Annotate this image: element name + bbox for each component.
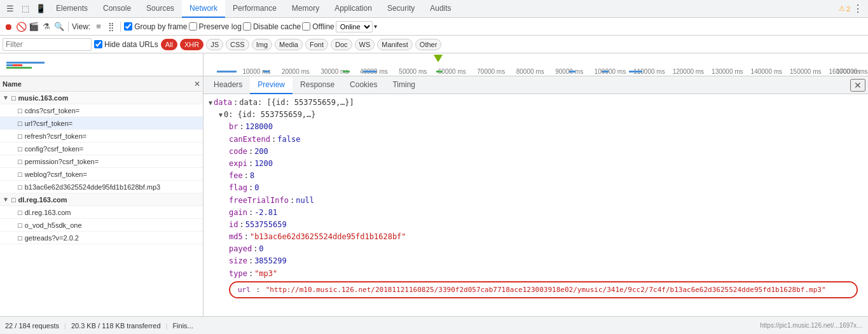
filter-bar: Hide data URLs All XHR JS CSS Img Media … (0, 36, 868, 53)
json-root-line[interactable]: ▼ data : data: [{id: 553755659,…}] (209, 97, 863, 109)
filter-chip-css[interactable]: CSS (226, 39, 249, 50)
search-btn[interactable]: 🔍 (53, 21, 65, 32)
filter-input[interactable] (3, 38, 92, 51)
record-button[interactable]: ⏺ (3, 21, 14, 32)
json-toggle-root[interactable]: ▼ (209, 98, 212, 108)
disable-cache-wrap[interactable]: Disable cache (243, 22, 301, 31)
tab-audits[interactable]: Audits (422, 0, 458, 18)
request-group-music163[interactable]: ▼ □ music.163.com (0, 92, 203, 104)
json-colon: : (249, 268, 253, 280)
list-item[interactable]: □ getreads?v=2.0.2 (0, 232, 203, 244)
disable-cache-checkbox[interactable] (243, 22, 251, 31)
json-colon: : (249, 146, 253, 158)
item-checkbox: □ (18, 145, 22, 153)
separator-1 (68, 22, 69, 32)
json-toggle-item0[interactable]: ▼ (219, 110, 223, 120)
view-label: View: (72, 22, 90, 31)
preserve-log-wrap[interactable]: Preserve log (189, 22, 242, 31)
filter-btn[interactable]: ⚗ (41, 21, 52, 32)
list-item[interactable]: □ url?csrf_token= (0, 117, 203, 130)
tick-70000: 70000 ms (477, 68, 505, 75)
detail-tab-cookies[interactable]: Cookies (342, 76, 385, 94)
list-item[interactable]: □ config?csrf_token= (0, 143, 203, 155)
item-name: dl.reg.163.com (25, 209, 200, 216)
timeline-name-col (0, 53, 203, 76)
list-item[interactable]: □ dl.reg.163.com (0, 206, 203, 219)
group-by-frame-wrap[interactable]: Group by frame (124, 22, 187, 31)
json-key-br: br (229, 121, 238, 133)
list-item[interactable]: □ b13ac6e62d3625524dde95fd1b1628bf.mp3 (0, 181, 203, 193)
detail-close-btn[interactable]: ✕ (850, 79, 865, 92)
status-separator-2: | (166, 322, 168, 330)
detail-tab-headers[interactable]: Headers (206, 76, 250, 94)
network-toolbar: ⏺ 🚫 🎬 ⚗ 🔍 View: ≡ ⣿ Group by frame Prese… (0, 18, 868, 36)
json-value-gain: -2.81 (254, 207, 277, 219)
preserve-log-checkbox[interactable] (189, 22, 197, 31)
group-name-music163: music.163.com (18, 94, 200, 102)
filter-chip-other[interactable]: Other (415, 39, 442, 50)
filter-chip-all[interactable]: All (161, 39, 177, 50)
json-item0-line[interactable]: ▼ 0: {id: 553755659,…} (209, 109, 863, 121)
tab-console[interactable]: Console (95, 0, 139, 18)
filter-chip-xhr[interactable]: XHR (180, 39, 203, 50)
filter-chip-manifest[interactable]: Manifest (377, 39, 413, 50)
throttle-dropdown-icon[interactable]: ▾ (374, 23, 377, 30)
item-name: getreads?v=2.0.2 (25, 234, 200, 242)
filter-chip-ws[interactable]: WS (355, 39, 375, 50)
group-toggle-music163[interactable]: ▼ (3, 94, 9, 101)
tab-security[interactable]: Security (380, 0, 422, 18)
detail-tab-response[interactable]: Response (293, 76, 342, 94)
close-request-panel-btn[interactable]: ✕ (194, 80, 200, 88)
list-view-btn[interactable]: ≡ (93, 21, 104, 32)
tab-application[interactable]: Application (327, 0, 380, 18)
disable-cache-label: Disable cache (253, 22, 301, 31)
tab-elements[interactable]: Elements (48, 0, 95, 18)
waterfall-view-btn[interactable]: ⣿ (106, 21, 117, 32)
tick-100000: 100000 ms (595, 68, 626, 75)
bottom-url: https://pic1.music.126.net/...1697x… (760, 322, 863, 329)
devtools-menu-btn[interactable]: ☰ (3, 1, 18, 17)
tab-sources[interactable]: Sources (139, 0, 182, 18)
list-item[interactable]: □ permission?csrf_token= (0, 155, 203, 168)
more-options-icon[interactable]: ⋮ (850, 3, 865, 15)
filter-chip-font[interactable]: Font (305, 39, 328, 50)
request-group-dlreg[interactable]: ▼ □ dl.reg.163.com (0, 193, 203, 206)
item-checkbox: □ (18, 132, 22, 140)
offline-checkbox[interactable] (302, 22, 310, 31)
json-key-flag: flag (229, 182, 247, 194)
json-key-data: data (214, 97, 232, 109)
detail-tab-timing[interactable]: Timing (385, 76, 423, 94)
item-checkbox: □ (18, 209, 22, 216)
list-item[interactable]: □ weblog?csrf_token= (0, 168, 203, 181)
throttle-select[interactable]: Online (336, 21, 373, 32)
group-toggle-dlreg[interactable]: ▼ (3, 196, 9, 203)
group-by-frame-checkbox[interactable] (124, 22, 132, 31)
filter-chip-js[interactable]: JS (206, 39, 223, 50)
offline-wrap[interactable]: Offline (302, 22, 334, 31)
item-name: config?csrf_token= (25, 145, 200, 153)
filter-chip-media[interactable]: Media (275, 39, 303, 50)
json-line-br: br : 128000 (229, 121, 863, 133)
tick-140000: 140000 ms (751, 68, 782, 75)
status-bar: 22 / 184 requests | 20.3 KB / 118 KB tra… (0, 316, 868, 334)
list-item[interactable]: □ o_vod_h5sdk_one (0, 219, 203, 232)
hide-data-urls-wrap[interactable]: Hide data URLs (94, 40, 158, 49)
stop-button[interactable]: 🚫 (15, 21, 27, 32)
filter-chip-img[interactable]: Img (252, 39, 272, 50)
list-item[interactable]: □ refresh?csrf_token= (0, 130, 203, 143)
tab-memory[interactable]: Memory (284, 0, 327, 18)
json-key-fee: fee (229, 170, 243, 182)
preserve-log-label: Preserve log (199, 22, 242, 31)
filter-chip-doc[interactable]: Doc (331, 39, 352, 50)
tab-network[interactable]: Network (182, 0, 225, 18)
devtools-inspect-btn[interactable]: ⬚ (18, 1, 33, 17)
hide-data-urls-checkbox[interactable] (94, 40, 102, 48)
devtools-device-btn[interactable]: 📱 (33, 1, 48, 17)
detail-tab-preview[interactable]: Preview (250, 76, 293, 94)
json-key-expi: expi (229, 158, 247, 170)
tick-80000: 80000 ms (516, 68, 544, 75)
video-btn[interactable]: 🎬 (28, 21, 39, 32)
json-colon: : (239, 121, 244, 133)
tab-performance[interactable]: Performance (225, 0, 284, 18)
list-item[interactable]: □ cdns?csrf_token= (0, 104, 203, 117)
